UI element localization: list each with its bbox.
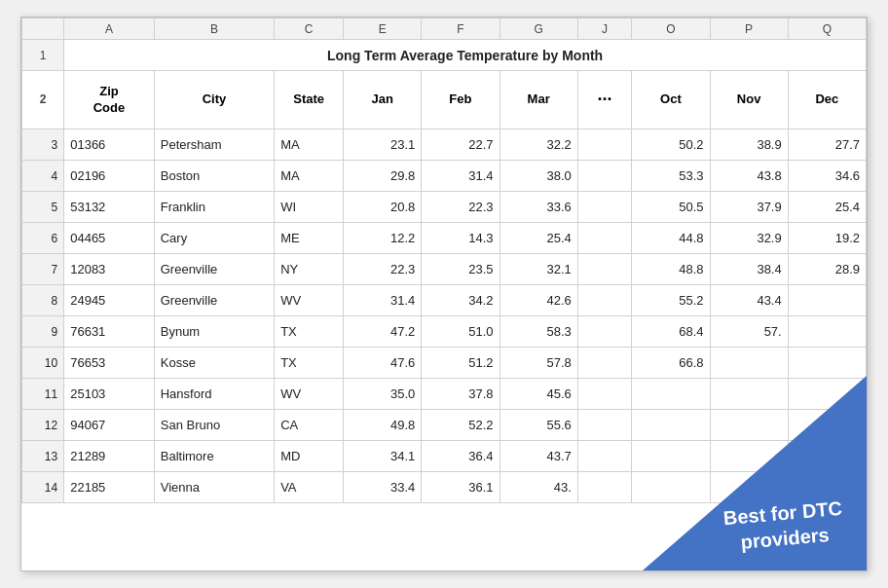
feb-cell: 34.2 (422, 285, 500, 316)
mar-cell: 32.1 (500, 254, 577, 285)
spreadsheet-title: Long Term Average Temperature by Month (64, 40, 867, 71)
row-num-cell: 6 (22, 223, 64, 254)
nov-cell (710, 379, 788, 410)
zip-cell: 12083 (64, 254, 155, 285)
col-o-header[interactable]: O (632, 18, 710, 40)
mar-cell: 38.0 (500, 161, 577, 192)
mar-cell: 42.6 (500, 285, 577, 316)
col-b-header[interactable]: B (154, 18, 274, 40)
dec-cell (788, 285, 866, 316)
zip-cell: 25103 (64, 379, 155, 410)
table-row: 604465CaryME12.214.325.444.832.919.2 (22, 223, 867, 254)
feb-cell: 52.2 (422, 410, 500, 441)
col-j-header[interactable]: J (577, 18, 632, 40)
jan-cell: 22.3 (344, 254, 422, 285)
city-header: City (154, 71, 274, 129)
table-row: 402196BostonMA29.831.438.053.343.834.6 (22, 161, 867, 192)
col-c-header[interactable]: C (275, 18, 344, 40)
table-row: 1321289BaltimoreMD34.136.443.7 (22, 441, 867, 472)
mar-cell: 43. (500, 472, 577, 503)
nov-cell: 57. (710, 316, 788, 348)
jan-cell: 34.1 (344, 441, 422, 472)
table-row: 1125103HansfordWV35.037.845.6 (22, 379, 867, 410)
feb-cell: 37.8 (422, 379, 500, 410)
nov-header: Nov (710, 71, 788, 129)
zip-cell: 76631 (64, 316, 155, 348)
zip-header: ZipCode (64, 71, 155, 129)
state-cell: MA (275, 129, 344, 161)
feb-cell: 22.3 (422, 192, 500, 223)
state-cell: TX (275, 348, 344, 379)
table-row: 1076653KosseTX47.651.257.866.8 (22, 348, 867, 379)
nov-cell (710, 410, 788, 441)
ellipsis-cell (577, 161, 632, 192)
city-cell: Cary (154, 223, 274, 254)
jan-cell: 49.8 (344, 410, 422, 441)
zip-cell: 76653 (64, 348, 155, 379)
ellipsis-header: ··· (577, 71, 632, 129)
ellipsis-cell (577, 441, 632, 472)
mar-cell: 25.4 (500, 223, 577, 254)
nov-cell: 37.9 (710, 192, 788, 223)
ellipsis-cell (577, 410, 632, 441)
table-row: 976631BynumTX47.251.058.368.457. (22, 316, 867, 348)
nov-cell: 38.9 (710, 129, 788, 161)
city-cell: Vienna (154, 472, 274, 503)
row-num-cell: 5 (22, 192, 64, 223)
feb-cell: 14.3 (422, 223, 500, 254)
oct-cell (632, 441, 710, 472)
city-cell: Greenville (154, 254, 274, 285)
mar-cell: 43.7 (500, 441, 577, 472)
feb-header: Feb (422, 71, 500, 129)
col-e-header[interactable]: E (344, 18, 422, 40)
row-num-cell: 12 (22, 410, 64, 441)
dec-cell: 25.4 (788, 192, 866, 223)
state-cell: WV (275, 379, 344, 410)
state-cell: NY (275, 254, 344, 285)
ellipsis-cell (577, 223, 632, 254)
zip-cell: 22185 (64, 472, 155, 503)
nov-cell: 38.4 (710, 254, 788, 285)
oct-cell (632, 472, 710, 503)
ellipsis-cell (577, 348, 632, 379)
dec-cell (788, 348, 866, 379)
ellipsis-cell (577, 472, 632, 503)
state-cell: ME (275, 223, 344, 254)
col-a-header[interactable]: A (64, 18, 155, 40)
col-g-header[interactable]: G (500, 18, 577, 40)
feb-cell: 36.1 (422, 472, 500, 503)
city-cell: Hansford (154, 379, 274, 410)
row-num-cell: 3 (22, 129, 64, 161)
row-num-1: 1 (22, 40, 64, 71)
zip-cell: 24945 (64, 285, 155, 316)
state-cell: CA (275, 410, 344, 441)
dec-cell: 27.7 (788, 129, 866, 161)
title-row: 1 Long Term Average Temperature by Month (22, 40, 867, 71)
jan-header: Jan (344, 71, 422, 129)
zip-cell: 94067 (64, 410, 155, 441)
ellipsis-cell (577, 316, 632, 348)
ellipsis-cell (577, 254, 632, 285)
table-row: 1294067San BrunoCA49.852.255.6 (22, 410, 867, 441)
row-num-cell: 4 (22, 161, 64, 192)
zip-cell: 01366 (64, 129, 155, 161)
oct-cell: 44.8 (632, 223, 710, 254)
city-cell: Greenville (154, 285, 274, 316)
city-cell: Petersham (154, 129, 274, 161)
col-p-header[interactable]: P (710, 18, 788, 40)
col-f-header[interactable]: F (422, 18, 500, 40)
feb-cell: 22.7 (422, 129, 500, 161)
jan-cell: 47.6 (344, 348, 422, 379)
dec-cell: 28.9 (788, 254, 866, 285)
ellipsis-cell (577, 379, 632, 410)
data-header-row: 2 ZipCode City State Jan Feb Mar ··· Oct… (22, 71, 867, 129)
state-cell: WV (275, 285, 344, 316)
oct-cell: 50.2 (632, 129, 710, 161)
nov-cell: 32.9 (710, 223, 788, 254)
table-row: 712083GreenvilleNY22.323.532.148.838.428… (22, 254, 867, 285)
city-cell: San Bruno (154, 410, 274, 441)
col-q-header[interactable]: Q (788, 18, 866, 40)
jan-cell: 35.0 (344, 379, 422, 410)
mar-cell: 58.3 (500, 316, 577, 348)
state-cell: TX (275, 316, 344, 348)
